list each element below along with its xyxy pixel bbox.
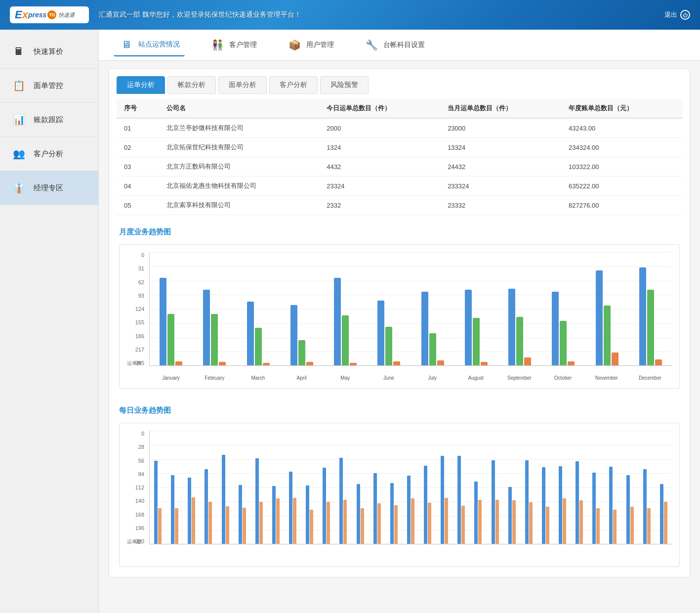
month-label: October [541, 374, 585, 381]
cell-company: 北京兰亭妙微科技有限公司 [159, 118, 320, 138]
daily-bar-blue [457, 456, 461, 544]
nav-customer-mgmt-label: 客户管理 [229, 41, 257, 49]
daily-bar-group [335, 458, 351, 544]
monthly-chart-section: 月度业务趋势图 2452171861551249362310 JanuaryFe… [109, 220, 690, 398]
daily-bar-group [453, 456, 469, 544]
bar-green [516, 317, 523, 365]
sidebar-item-quick-calc[interactable]: 🖩 快速算价 [0, 35, 98, 69]
daily-y-axis: 2201961681401128456280 [127, 431, 147, 544]
sidebar-item-manager[interactable]: 👔 经理专区 [0, 171, 98, 205]
daily-y-axis-tick: 168 [127, 512, 144, 518]
daily-bar-group [234, 485, 250, 544]
month-bar-group [150, 278, 192, 365]
daily-bar-group [537, 467, 554, 544]
daily-bar-blue [441, 456, 444, 544]
customer-icon: 👥 [10, 145, 28, 163]
nav-customer-mgmt[interactable]: 👫 客户管理 [205, 34, 262, 56]
daily-bar-blue [323, 468, 326, 544]
cell-seq: 02 [117, 138, 159, 157]
daily-grid-line [149, 544, 672, 545]
cell-today: 4432 [319, 157, 440, 176]
logo-sub: 快递通 [58, 11, 75, 19]
sidebar-item-waybill[interactable]: 📋 面单管控 [0, 69, 98, 103]
daily-bar-orange [226, 506, 229, 544]
daily-bar-group [504, 487, 520, 544]
cell-today: 1324 [319, 138, 440, 157]
daily-chart-container: 2201961681401128456280 运单数 [109, 418, 690, 577]
daily-bar-blue [272, 486, 276, 544]
logo-press: press [28, 11, 46, 19]
daily-bar-group [470, 482, 486, 544]
tab-risk-warning[interactable]: 风险预警 [320, 76, 369, 94]
tab-sheet-analysis[interactable]: 面单分析 [218, 76, 267, 94]
cell-seq: 03 [117, 157, 159, 176]
nav-station[interactable]: 🖥 站点运营情况 [114, 34, 185, 56]
table-row: 04 北京福佑龙惠生物科技有限公司 23324 233324 635222.00 [117, 176, 682, 196]
cell-company: 北京福佑龙惠生物科技有限公司 [159, 176, 320, 196]
daily-bar-group [386, 483, 402, 544]
user-mgmt-icon: 📦 [287, 37, 302, 53]
tab-payment-analysis[interactable]: 帐款分析 [167, 76, 216, 94]
daily-bar-blue [559, 466, 562, 544]
main-panel: 运单分析 帐款分析 面单分析 客户分析 风险预警 序号 公司名 今日运单总数目（… [109, 68, 690, 577]
month-bar-group [412, 292, 454, 365]
month-labels: JanuaryFebruaryMarchAprilMayJuneJulyAugu… [149, 374, 672, 381]
month-label: July [411, 374, 454, 381]
daily-bar-orange [461, 506, 465, 544]
bar-green [167, 314, 174, 365]
daily-bar-orange [208, 502, 212, 544]
bar-orange [350, 363, 357, 365]
table-row: 05 北京索享科技有限公司 2332 23332 827276.00 [117, 196, 682, 215]
daily-y-axis-tick: 112 [127, 484, 144, 490]
bar-orange [175, 361, 182, 365]
logo: Ex press TO 快递通 [10, 6, 89, 23]
daily-bar-chart: 2201961681401128456280 运单数 [127, 431, 672, 559]
month-label: May [324, 374, 367, 381]
account-icon: 📊 [10, 111, 28, 129]
month-bar-group [455, 290, 497, 365]
welcome-text: 汇通宣武一部 魏华您好，欢迎登录拓保世纪快递通业务管理平台！ [99, 10, 664, 19]
daily-bar-group [318, 468, 334, 544]
daily-bar-blue [357, 484, 360, 544]
daily-bar-blue [306, 485, 309, 544]
data-table: 序号 公司名 今日运单总数目（件） 当月运单总数目（件） 年度账单总数目（元） … [117, 99, 682, 215]
daily-bar-blue [643, 469, 647, 544]
daily-bar-group [166, 475, 183, 544]
tab-customer-analysis[interactable]: 客户分析 [269, 76, 318, 94]
sidebar-item-customer[interactable]: 👥 客户分析 [0, 137, 98, 171]
daily-bar-orange [495, 500, 499, 544]
daily-bar-orange [546, 507, 549, 544]
nav-account-settings[interactable]: 🔧 台帐科目设置 [359, 34, 430, 56]
waybill-icon: 📋 [10, 77, 28, 94]
bar-green [342, 315, 349, 365]
cell-today: 2332 [319, 196, 440, 215]
bar-blue [203, 290, 210, 365]
month-label: December [628, 374, 672, 381]
daily-bar-orange [411, 498, 414, 544]
daily-chart-title: 每日业务趋势图 [109, 398, 690, 418]
bar-green [298, 340, 305, 365]
daily-bar-group [436, 456, 453, 544]
y-axis-tick: 155 [127, 319, 144, 325]
month-bar-group [193, 290, 236, 365]
daily-bar-group [588, 473, 604, 544]
bar-green [604, 306, 611, 365]
daily-bar-group [183, 478, 200, 544]
bar-blue [508, 289, 515, 365]
daily-bar-group [622, 475, 638, 544]
col-today: 今日运单总数目（件） [319, 99, 440, 118]
tab-waybill-analysis[interactable]: 运单分析 [117, 76, 165, 94]
logout-button[interactable]: 退出 ⏻ [664, 10, 690, 20]
bar-green [473, 318, 480, 365]
bar-orange [612, 352, 618, 365]
bar-blue [639, 267, 646, 365]
monthly-chart-wrap: 2452171861551249362310 JanuaryFebruaryMa… [119, 244, 680, 389]
sidebar-item-account[interactable]: 📊 账款跟踪 [0, 103, 98, 137]
daily-bar-orange [276, 498, 280, 544]
bar-orange [524, 357, 531, 365]
table-row: 02 北京拓保世纪科技有限公司 1324 13324 234324.00 [117, 138, 682, 157]
content-area: 🖥 站点运营情况 👫 客户管理 📦 用户管理 🔧 台帐科目设置 运单分析 帐款分… [99, 30, 700, 613]
bar-blue [421, 292, 428, 365]
nav-user-mgmt[interactable]: 📦 用户管理 [282, 34, 339, 56]
monthly-bar-chart: 2452171861551249362310 JanuaryFebruaryMa… [127, 252, 672, 381]
